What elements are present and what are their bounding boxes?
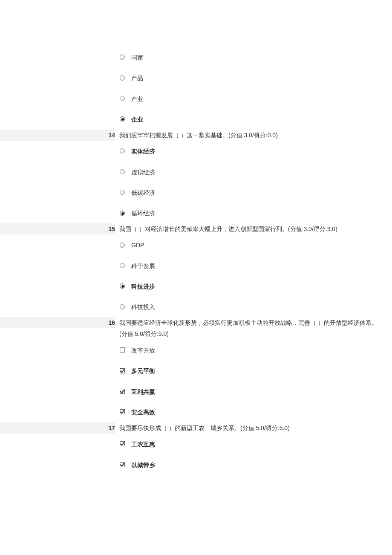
option-label: 低碳经济	[131, 187, 155, 197]
radio-option[interactable]: 产业	[119, 88, 383, 109]
option-label: 安全高效	[131, 407, 155, 417]
option-label: 企业	[131, 114, 143, 124]
radio-unselected-icon[interactable]	[119, 189, 125, 195]
radio-option[interactable]: 实体经济	[119, 141, 383, 161]
question-text: 我国要尽快形成（ ）的新型工农、城乡关系。(分值:5.0/得分:5.0)	[119, 422, 383, 434]
radio-option[interactable]: 循环经济	[119, 202, 383, 223]
option-label: 多元平衡	[131, 365, 155, 376]
option-label: 以城带乡	[131, 460, 155, 470]
radio-unselected-icon[interactable]	[119, 54, 125, 60]
radio-selected-icon[interactable]	[119, 283, 125, 289]
radio-unselected-icon[interactable]	[119, 75, 125, 81]
question-block: 15我国（ ）对经济增长的贡献率大幅上升，进入创新型国家行列。(分值:3.0/得…	[60, 223, 383, 317]
options-list: 国家产品产业企业	[60, 47, 383, 130]
radio-unselected-icon[interactable]	[119, 95, 125, 101]
question-block: 国家产品产业企业	[60, 47, 383, 130]
radio-selected-icon[interactable]	[119, 210, 125, 216]
option-label: 产业	[131, 93, 143, 104]
checkbox-option[interactable]: 互利共赢	[119, 381, 383, 402]
option-label: 国家	[131, 52, 143, 62]
question-text: 我们应牢牢把握发展（ ）这一坚实基础。(分值:3.0/得分:0.0)	[119, 130, 383, 141]
checkbox-option[interactable]: 工农互惠	[119, 434, 383, 454]
options-list: 工农互惠以城带乡	[60, 434, 383, 475]
question-block: 17我国要尽快形成（ ）的新型工农、城乡关系。(分值:5.0/得分:5.0)工农…	[60, 422, 383, 475]
options-list: 改革开放多元平衡互利共赢安全高效	[60, 340, 383, 422]
question-number: 16	[60, 317, 119, 329]
checkbox-option[interactable]: 以城带乡	[119, 454, 383, 475]
checkbox-option[interactable]: 安全高效	[119, 402, 383, 422]
checkbox-checked-icon[interactable]	[119, 368, 125, 374]
option-label: 产品	[131, 72, 143, 83]
radio-option[interactable]: 科学发展	[119, 255, 383, 276]
option-label: 改革开放	[131, 345, 155, 355]
checkbox-option[interactable]: 改革开放	[119, 340, 383, 360]
option-label: 科学发展	[131, 260, 155, 271]
checkbox-checked-icon[interactable]	[119, 441, 125, 447]
option-label: 实体经济	[131, 146, 155, 156]
option-label: 科技进步	[131, 281, 155, 291]
question-header: 16我国要适应经济全球化新形势，必须实行更加积极主动的开放战略，完善（ ）的开放…	[60, 317, 383, 340]
option-label: GDP	[131, 240, 144, 250]
radio-unselected-icon[interactable]	[119, 148, 125, 154]
quiz-page: 国家产品产业企业14我们应牢牢把握发展（ ）这一坚实基础。(分值:3.0/得分:…	[0, 0, 392, 492]
radio-selected-icon[interactable]	[119, 116, 125, 122]
option-label: 循环经济	[131, 208, 155, 218]
checkbox-checked-icon[interactable]	[119, 388, 125, 394]
question-header: 17我国要尽快形成（ ）的新型工农、城乡关系。(分值:5.0/得分:5.0)	[60, 422, 383, 434]
question-text: 我国（ ）对经济增长的贡献率大幅上升，进入创新型国家行列。(分值:3.0/得分:…	[119, 223, 383, 235]
option-label: 互利共赢	[131, 386, 155, 396]
radio-option[interactable]: 国家	[119, 47, 383, 67]
radio-option[interactable]: 企业	[119, 109, 383, 129]
question-text: 我国要适应经济全球化新形势，必须实行更加积极主动的开放战略，完善（ ）的开放型经…	[119, 317, 383, 340]
option-label: 虚拟经济	[131, 167, 155, 177]
options-list: GDP科学发展科技进步科技投入	[60, 234, 383, 317]
radio-unselected-icon[interactable]	[119, 304, 125, 310]
radio-option[interactable]: 虚拟经济	[119, 162, 383, 182]
radio-option[interactable]: 科技进步	[119, 276, 383, 296]
radio-option[interactable]: GDP	[119, 234, 383, 255]
option-label: 科技投入	[131, 301, 155, 312]
content-area: 国家产品产业企业14我们应牢牢把握发展（ ）这一坚实基础。(分值:3.0/得分:…	[60, 0, 383, 492]
question-header: 14我们应牢牢把握发展（ ）这一坚实基础。(分值:3.0/得分:0.0)	[60, 130, 383, 141]
checkbox-checked-icon[interactable]	[119, 462, 125, 468]
radio-option[interactable]: 产品	[119, 67, 383, 88]
radio-unselected-icon[interactable]	[119, 263, 125, 269]
checkbox-unchecked-icon[interactable]	[119, 347, 125, 353]
option-label: 工农互惠	[131, 439, 155, 449]
radio-unselected-icon[interactable]	[119, 242, 125, 248]
question-header: 15我国（ ）对经济增长的贡献率大幅上升，进入创新型国家行列。(分值:3.0/得…	[60, 223, 383, 235]
checkbox-option[interactable]: 多元平衡	[119, 360, 383, 381]
checkbox-checked-icon[interactable]	[119, 409, 125, 415]
options-list: 实体经济虚拟经济低碳经济循环经济	[60, 141, 383, 223]
question-number: 14	[60, 130, 119, 141]
question-block: 14我们应牢牢把握发展（ ）这一坚实基础。(分值:3.0/得分:0.0)实体经济…	[60, 130, 383, 223]
question-block: 16我国要适应经济全球化新形势，必须实行更加积极主动的开放战略，完善（ ）的开放…	[60, 317, 383, 422]
radio-option[interactable]: 低碳经济	[119, 182, 383, 202]
question-number: 15	[60, 223, 119, 235]
radio-option[interactable]: 科技投入	[119, 296, 383, 317]
radio-unselected-icon[interactable]	[119, 169, 125, 175]
question-number: 17	[60, 422, 119, 434]
